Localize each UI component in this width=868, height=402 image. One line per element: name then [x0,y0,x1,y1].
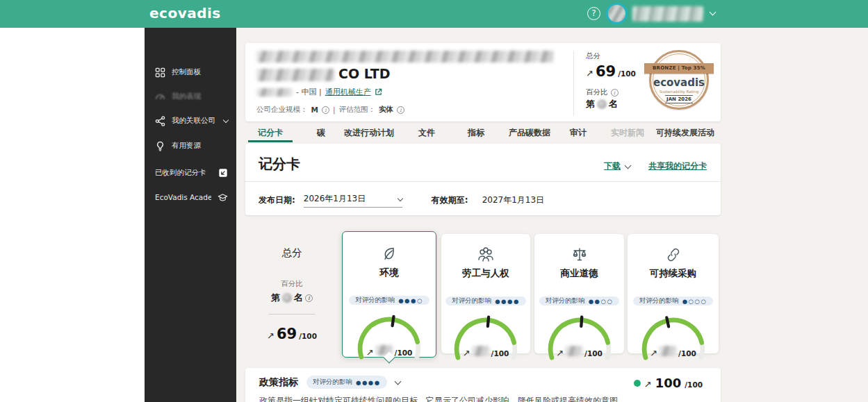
chevron-down-icon [223,117,229,122]
chevron-down-icon [625,162,632,169]
info-icon[interactable]: i [611,89,619,97]
sidebar-item-received-scorecards[interactable]: 已收到的记分卡 [145,165,236,181]
chevron-down-icon [398,195,403,201]
score-redacted [565,346,583,356]
trend-up-icon: ↗ [650,348,657,358]
user-name-redacted [632,6,703,22]
overall-total-label: 总分 [249,246,335,260]
category-title: 可持续采购 [650,267,697,280]
impact-dots: ●○○○ [682,298,707,305]
company-name-prefix-redacted [256,69,334,81]
publish-date-select[interactable]: 2026年1月13日 [304,193,402,208]
company-name-redacted [256,51,554,62]
category-card-environment[interactable]: 环境 对评分的影响 ●●●○ ↗ /100 [342,231,436,358]
impact-label: 对评分的影响 [355,296,395,305]
category-card-sustainable-procurement[interactable]: 可持续采购 对评分的影响 ●○○○ ↗ /100 [628,234,719,353]
external-link-icon[interactable] [375,88,382,96]
tab-audit[interactable]: 审计 [570,127,587,139]
policy-score-denominator: /100 [685,380,703,389]
rank-suffix: 名 [609,98,618,110]
impact-badge: 对评分的影响 ●●●○ [349,296,429,305]
overall-rank-row: 第 名 i [249,292,335,304]
leaf-icon [380,244,398,262]
impact-dots: ●●●○ [398,297,423,304]
industry-link[interactable]: 通用机械生产 [325,87,371,97]
sidebar-item-ecovadis-academy[interactable]: EcoVadis Academy [145,189,236,206]
sidebar-item-label: 控制面板 [172,67,228,77]
ecovadis-dashboard: ecovadis ? 控制面板 我的表现 我的关联公司 有用资源 已收到的记分卡 [0,0,868,402]
info-icon[interactable]: i [305,294,313,302]
share-network-icon [155,116,165,126]
total-score-denominator: /100 [618,69,636,78]
policy-score-value: 100 [655,376,682,390]
info-icon[interactable]: i [322,106,329,114]
percentile-label: 百分比 [586,87,608,97]
category-score-row: ↗ /100 [634,346,713,358]
sidebar-item-resources[interactable]: 有用资源 [145,137,236,154]
category-card-business-ethics[interactable]: 商业道德 对评分的影响 ●●○○ ↗ /100 [534,234,624,353]
tab-metrics[interactable]: 指标 [468,127,484,139]
publish-date-value: 2026年1月13日 [304,193,366,205]
people-icon [477,246,495,263]
category-title: 环境 [380,267,399,279]
tab-scorecard[interactable]: 记分卡 [258,127,283,139]
policy-header: 政策指标 对评分的影响 ●●●● [259,376,400,389]
download-button[interactable]: 下载 [604,160,630,172]
scope-value: 实体 [379,105,393,115]
trend-up-icon: ↗ [267,330,275,341]
total-score-block: 总分 ↗ 69 /100 [586,51,641,80]
overall-score-value: 69 [277,326,297,342]
score-denominator: /100 [491,349,509,358]
impact-badge: 对评分的影响 ●●●● [306,376,387,389]
expand-chevron-down-icon[interactable] [394,378,401,385]
total-score-label: 总分 [586,51,641,61]
sidebar-item-my-performance[interactable]: 我的表现 [145,88,236,105]
tab-carbon[interactable]: 碳 [317,127,325,139]
meta-divider: | [333,106,336,114]
scorecard-header-card: 记分卡 下载 共享我的记分卡 发布日期: 2026年1月13日 有效期至: 20… [245,144,721,215]
size-value: M [311,106,318,114]
score-gauge: ↗ /100 [446,308,525,362]
trend-up-icon: ↗ [586,68,593,78]
avatar[interactable] [606,3,628,24]
score-redacted [659,346,677,356]
percentile-label-row: 百分比 i [586,87,619,97]
score-denominator: /100 [678,349,696,358]
impact-label: 对评分的影响 [639,296,679,305]
impact-label: 对评分的影响 [452,296,491,305]
impact-label: 对评分的影响 [546,296,585,305]
sidebar-item-dashboard[interactable]: 控制面板 [145,64,236,81]
sidebar: 控制面板 我的表现 我的关联公司 有用资源 已收到的记分卡 EcoVadis A… [145,28,236,402]
category-title: 商业道德 [561,267,598,280]
total-score-value: 69 [596,63,616,80]
share-scorecard-button[interactable]: 共享我的记分卡 [648,160,707,172]
rank-value-redacted [597,99,607,109]
active-tab-underline [248,140,293,142]
trend-up-icon: ↗ [556,348,564,358]
impact-badge: 对评分的影响 ●●○○ [539,296,620,305]
medal-tier-ribbon: BRONZE | Top 35% [644,63,714,74]
scope-label: 评估范围： [339,105,376,115]
category-score-row: ↗ /100 [540,346,619,358]
rank-row: 第 名 [586,98,618,110]
grid-icon [155,67,165,78]
tab-live-news: 实时新闻 [611,127,644,139]
medal-subtitle: Sustainability Rating [647,90,711,94]
vertical-divider [573,51,574,115]
sidebar-item-my-network[interactable]: 我的关联公司 [145,112,236,129]
tab-product-carbon-data[interactable]: 产品碳数据 [509,127,550,139]
country-label: - 中国 | [296,87,322,97]
ecovadis-logo: ecovadis [149,5,221,22]
tab-sustainability-activities[interactable]: 可持续发展活动 [656,127,714,139]
info-icon[interactable]: i [397,106,404,114]
help-icon[interactable]: ? [587,7,600,20]
top-navigation-bar: ecovadis ? [0,0,868,28]
tab-improvement-plan[interactable]: 改进行动计划 [344,127,394,139]
company-meta-row: 公司企业规模： M i | 评估范围： 实体 i [256,105,404,115]
tab-documents[interactable]: 文件 [418,127,435,139]
divider [268,314,316,315]
scorecard-title: 记分卡 [259,155,300,174]
sidebar-item-label: 我的关联公司 [172,116,218,126]
user-menu-chevron-down-icon[interactable] [710,9,716,16]
category-card-labor-human-rights[interactable]: 劳工与人权 对评分的影响 ●●●● ↗ /100 [441,234,530,353]
